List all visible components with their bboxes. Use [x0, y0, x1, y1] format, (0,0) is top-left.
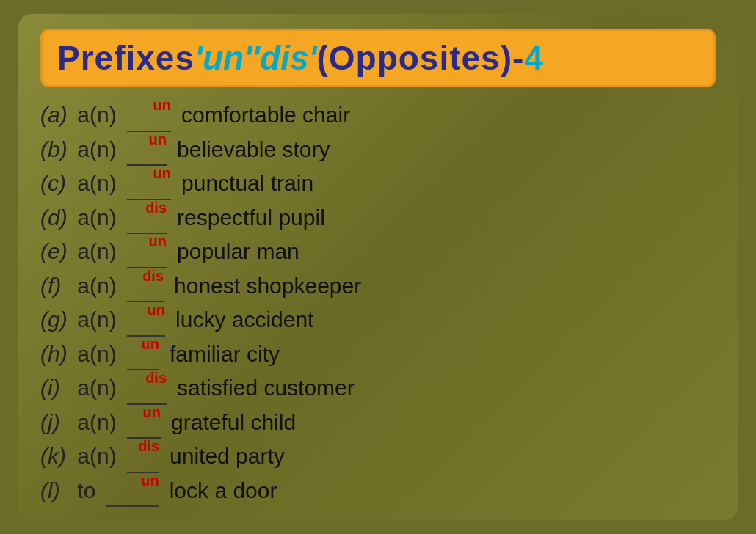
blank-area: un: [106, 476, 167, 508]
list-item: (g) a(n) un lucky accident: [40, 305, 716, 337]
item-an: a(n): [71, 135, 123, 165]
item-letter: (k): [40, 442, 71, 472]
item-rest: punctual train: [181, 169, 313, 199]
item-letter: (a): [40, 100, 71, 131]
item-an: a(n): [71, 373, 123, 403]
blank-area: un: [127, 408, 168, 439]
list-item: (a) a(n) un comfortable chair: [40, 100, 716, 132]
item-rest: united party: [170, 442, 285, 472]
prefix-label: un: [142, 337, 159, 351]
blank-area: un: [127, 305, 172, 337]
list-item: (e) a(n) un popular man: [40, 237, 716, 268]
blank-underline: un: [127, 100, 171, 132]
prefix-label: dis: [145, 200, 167, 215]
blank-underline: un: [127, 340, 159, 371]
item-an: a(n): [71, 169, 123, 199]
item-an: a(n): [71, 100, 123, 131]
item-an: to: [71, 476, 102, 506]
list-item: (f) a(n) dis honest shopkeeper: [40, 271, 716, 303]
prefix-label: un: [153, 166, 171, 180]
list-item: (k) a(n) dis united party: [40, 442, 716, 473]
title-prefix: Prefixes: [57, 38, 195, 78]
item-letter: (b): [40, 135, 71, 165]
item-rest: satisfied customer: [177, 373, 355, 403]
item-letter: (e): [40, 237, 71, 267]
blank-area: un: [127, 100, 178, 132]
prefix-label: un: [148, 302, 165, 317]
prefix-label: dis: [138, 439, 159, 453]
item-an: a(n): [71, 305, 123, 335]
item-letter: (f): [40, 271, 71, 301]
item-an: a(n): [71, 442, 123, 472]
prefix-label: un: [153, 98, 171, 112]
items-list: (a) a(n) un comfortable chair(b) a(n) un…: [40, 100, 716, 507]
item-rest: respectful pupil: [177, 203, 325, 233]
blank-underline: un: [127, 305, 165, 337]
blank-area: un: [127, 135, 174, 167]
item-rest: lucky accident: [175, 305, 313, 335]
blank-underline: un: [127, 169, 171, 200]
list-item: (j) a(n) un grateful child: [40, 408, 716, 439]
blank-area: dis: [127, 203, 174, 235]
item-an: a(n): [71, 408, 123, 438]
item-rest: lock a door: [170, 476, 277, 506]
blank-underline: un: [127, 408, 161, 439]
prefix-label: dis: [145, 370, 167, 385]
title-un: 'un': [195, 38, 252, 78]
item-letter: (h): [40, 340, 71, 370]
item-rest: popular man: [177, 237, 299, 267]
blank-underline: un: [127, 237, 167, 268]
prefix-label: un: [149, 234, 167, 249]
item-an: a(n): [71, 237, 123, 267]
title-box: Prefixes 'un' 'dis' (Opposites)- 4: [40, 29, 716, 87]
blank-area: dis: [127, 442, 167, 473]
list-item: (d) a(n) dis respectful pupil: [40, 203, 716, 235]
main-container: Prefixes 'un' 'dis' (Opposites)- 4 (a) a…: [18, 14, 738, 520]
blank-area: un: [127, 169, 178, 200]
item-rest: believable story: [177, 135, 330, 165]
blank-underline: un: [106, 476, 159, 508]
list-item: (h) a(n) un familiar city: [40, 340, 716, 371]
item-rest: grateful child: [171, 408, 296, 438]
item-letter: (d): [40, 203, 71, 233]
item-an: a(n): [71, 203, 123, 233]
blank-area: un: [127, 340, 167, 371]
list-item: (i) a(n) dis satisfied customer: [40, 373, 716, 405]
blank-area: dis: [127, 373, 174, 405]
item-letter: (j): [40, 408, 71, 438]
blank-underline: dis: [127, 373, 167, 405]
blank-underline: un: [127, 135, 167, 167]
blank-area: un: [127, 237, 174, 268]
item-rest: comfortable chair: [181, 100, 350, 131]
item-letter: (i): [40, 373, 71, 403]
item-rest: familiar city: [170, 340, 280, 370]
item-letter: (l): [40, 476, 71, 506]
list-item: (c) a(n) un punctual train: [40, 169, 716, 200]
prefix-label: un: [143, 405, 161, 420]
prefix-label: un: [149, 132, 167, 147]
blank-area: dis: [127, 271, 171, 303]
item-an: a(n): [71, 271, 123, 301]
item-letter: (g): [40, 305, 71, 335]
title-dis: 'dis': [252, 38, 316, 78]
title-number: 4: [524, 38, 543, 78]
item-letter: (c): [40, 169, 71, 199]
item-an: a(n): [71, 340, 123, 370]
list-item: (b) a(n) un believable story: [40, 135, 716, 167]
prefix-label: dis: [142, 268, 164, 283]
list-item: (l) to un lock a door: [40, 476, 716, 508]
blank-underline: dis: [127, 203, 167, 235]
title-parens: (Opposites)-: [316, 38, 524, 78]
prefix-label: un: [141, 473, 159, 488]
blank-underline: dis: [127, 271, 164, 303]
blank-underline: dis: [127, 442, 159, 473]
item-rest: honest shopkeeper: [174, 271, 361, 301]
